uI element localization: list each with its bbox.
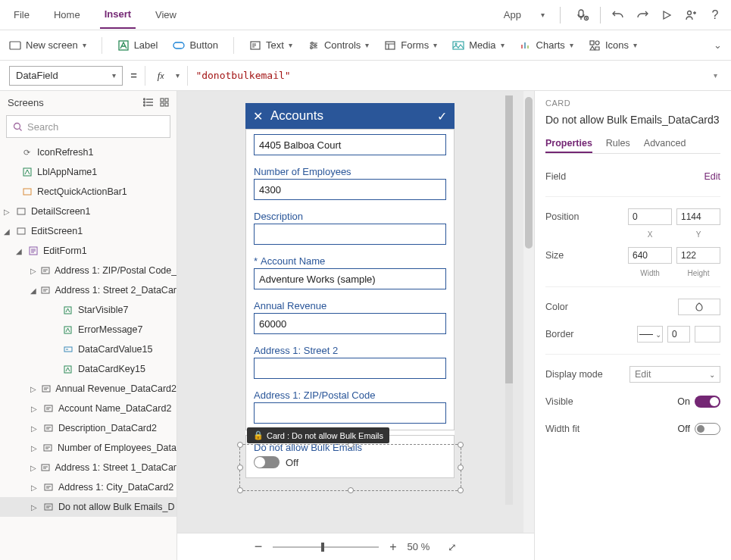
- tree-item[interactable]: ▷Account Name_DataCard2: [0, 399, 177, 418]
- arrow-right-icon[interactable]: ▷: [30, 405, 38, 413]
- display-mode-dropdown[interactable]: Edit⌄: [629, 366, 720, 383]
- tree-item[interactable]: ▷Address 1: City_DataCard2: [0, 477, 177, 497]
- menu-insert[interactable]: Insert: [100, 1, 136, 29]
- widthfit-toggle[interactable]: [695, 423, 720, 435]
- arrow-down-icon[interactable]: ◢: [30, 286, 36, 295]
- svg-point-6: [311, 42, 314, 44]
- arrow-right-icon[interactable]: ▷: [30, 444, 38, 452]
- ribbon-expand-icon[interactable]: ⌄: [714, 39, 722, 51]
- button-button[interactable]: Button: [173, 39, 218, 52]
- arrow-right-icon[interactable]: ▷: [30, 385, 36, 393]
- tree-item[interactable]: ◢EditScreen1: [0, 221, 177, 241]
- new-screen-button[interactable]: New screen▾: [9, 39, 86, 52]
- share-icon[interactable]: [684, 8, 698, 22]
- svg-rect-28: [42, 287, 49, 293]
- prop-display-label: Display mode: [545, 369, 603, 380]
- form-input[interactable]: 4300: [254, 179, 446, 200]
- text-dropdown[interactable]: Text▾: [249, 39, 292, 52]
- form-input[interactable]: [254, 224, 446, 245]
- tree-item[interactable]: DataCardValue15: [0, 339, 177, 359]
- tab-rules[interactable]: Rules: [606, 135, 630, 153]
- width-input[interactable]: 640: [628, 247, 672, 264]
- page-title: Accounts: [263, 108, 437, 124]
- tree-item-selected[interactable]: ▷Do not allow Bulk Emails_D: [0, 497, 177, 517]
- arrow-down-icon[interactable]: ◢: [3, 227, 11, 236]
- icons-dropdown[interactable]: Icons▾: [589, 39, 637, 52]
- form-input[interactable]: Adventure Works (sample): [254, 268, 446, 289]
- tree-item[interactable]: ▷Number of Employees_Data: [0, 438, 177, 458]
- tree-item[interactable]: ▷Address 1: Street 1_DataCar: [0, 458, 177, 477]
- list-view-icon[interactable]: [143, 98, 154, 107]
- border-style-dropdown[interactable]: ⌄: [637, 326, 663, 343]
- chevron-down-icon[interactable]: ▾: [176, 71, 180, 80]
- toggle[interactable]: [254, 456, 280, 468]
- form-input[interactable]: [254, 358, 446, 379]
- form-input[interactable]: 60000: [254, 313, 446, 334]
- tree-item[interactable]: ▷Address 1: ZIP/Postal Code_: [0, 261, 177, 280]
- zoom-out-button[interactable]: −: [255, 539, 263, 555]
- color-well[interactable]: [678, 299, 720, 315]
- label-icon: [62, 305, 73, 316]
- form-input[interactable]: 4405 Balboa Court: [254, 134, 446, 155]
- help-icon[interactable]: ?: [708, 8, 722, 22]
- forms-dropdown[interactable]: Forms▾: [384, 39, 437, 52]
- checker-icon[interactable]: [576, 8, 589, 22]
- tree-item[interactable]: ▷DetailScreen1: [0, 202, 177, 221]
- height-input[interactable]: 122: [676, 247, 720, 264]
- edit-field-link[interactable]: Edit: [704, 171, 720, 182]
- formula-input[interactable]: "donotbulkemail" ▾: [187, 66, 722, 86]
- play-icon[interactable]: [660, 8, 673, 22]
- media-dropdown[interactable]: Media▾: [452, 39, 504, 52]
- tree-item[interactable]: DataCardKey15: [0, 359, 177, 379]
- menu-file[interactable]: File: [9, 2, 34, 28]
- label-icon: [117, 39, 130, 52]
- tree-item[interactable]: ◢EditForm1: [0, 241, 177, 261]
- tree-item[interactable]: ▷Description_DataCard2: [0, 418, 177, 438]
- tree-item[interactable]: RectQuickActionBar1: [0, 182, 177, 202]
- undo-icon[interactable]: [611, 8, 625, 22]
- property-dropdown[interactable]: DataField ▾: [9, 66, 123, 86]
- arrow-right-icon[interactable]: ▷: [3, 208, 11, 216]
- tree-item[interactable]: LblAppName1: [0, 162, 177, 182]
- charts-dropdown[interactable]: Charts▾: [520, 39, 573, 52]
- canvas-scrollbar[interactable]: [523, 91, 534, 533]
- arrow-right-icon[interactable]: ▷: [30, 464, 36, 472]
- chevron-down-icon[interactable]: ▾: [714, 71, 717, 80]
- tree-item[interactable]: ⟳IconRefresh1: [0, 142, 177, 162]
- tree-item[interactable]: StarVisible7: [0, 300, 177, 320]
- fit-icon[interactable]: ⤢: [448, 541, 457, 553]
- tab-advanced[interactable]: Advanced: [644, 135, 686, 153]
- tree-item[interactable]: ◢Address 1: Street 2_DataCar: [0, 280, 177, 300]
- check-icon[interactable]: ✓: [437, 109, 447, 124]
- arrow-right-icon[interactable]: ▷: [30, 424, 38, 433]
- tab-properties[interactable]: Properties: [545, 135, 592, 153]
- form-input[interactable]: [254, 402, 446, 424]
- x-input[interactable]: 0: [628, 208, 672, 225]
- redo-icon[interactable]: [636, 8, 649, 22]
- menu-home[interactable]: Home: [49, 2, 85, 28]
- zoom-in-button[interactable]: +: [389, 540, 396, 554]
- form-scrollbar[interactable]: [505, 95, 513, 505]
- border-width-input[interactable]: 0: [667, 326, 690, 343]
- svg-rect-4: [173, 42, 184, 48]
- phone-preview[interactable]: ✕ Accounts ✓ 4405 Balboa Court Number of…: [245, 103, 455, 478]
- controls-dropdown[interactable]: Controls▾: [308, 39, 369, 52]
- svg-rect-12: [590, 41, 594, 45]
- arrow-down-icon[interactable]: ◢: [15, 247, 23, 255]
- grid-view-icon[interactable]: [160, 98, 169, 107]
- media-icon: [452, 39, 464, 52]
- arrow-right-icon[interactable]: ▷: [30, 267, 36, 275]
- y-input[interactable]: 1144: [676, 208, 720, 225]
- zoom-slider[interactable]: [273, 546, 379, 548]
- close-icon[interactable]: ✕: [253, 109, 263, 124]
- arrow-right-icon[interactable]: ▷: [30, 503, 38, 512]
- border-color-well[interactable]: [695, 326, 720, 343]
- arrow-right-icon[interactable]: ▷: [30, 483, 38, 492]
- app-dropdown[interactable]: App: [499, 2, 526, 28]
- label-button[interactable]: Label: [117, 39, 158, 52]
- menu-view[interactable]: View: [151, 2, 181, 28]
- visible-toggle[interactable]: [695, 396, 720, 408]
- tree-item[interactable]: ▷Annual Revenue_DataCard2: [0, 379, 177, 399]
- search-input[interactable]: Search: [6, 115, 170, 138]
- tree-item[interactable]: ErrorMessage7: [0, 320, 177, 339]
